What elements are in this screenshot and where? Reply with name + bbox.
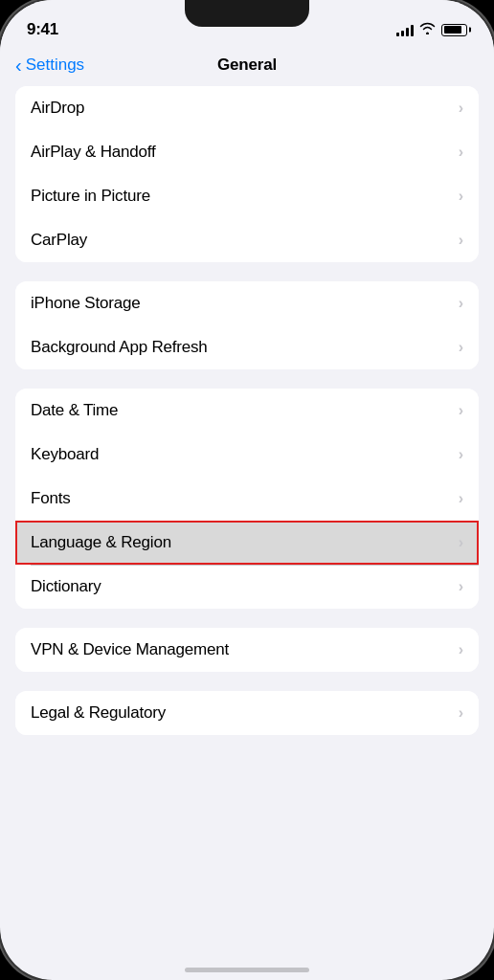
iphone-storage-label: iPhone Storage [31, 294, 140, 313]
menu-item-carplay[interactable]: CarPlay › [15, 218, 479, 262]
fonts-label: Fonts [31, 489, 71, 508]
menu-item-picture-in-picture[interactable]: Picture in Picture › [15, 174, 479, 218]
legal-regulatory-label: Legal & Regulatory [31, 703, 166, 723]
home-indicator [185, 968, 309, 972]
date-time-label: Date & Time [31, 401, 118, 420]
menu-item-fonts[interactable]: Fonts › [15, 477, 479, 521]
chevron-right-icon: › [459, 188, 463, 205]
menu-item-date-time[interactable]: Date & Time › [15, 389, 479, 433]
section-storage: iPhone Storage › Background App Refresh … [15, 281, 479, 369]
chevron-right-icon: › [459, 402, 463, 419]
chevron-right-icon: › [459, 295, 463, 312]
settings-content: AirDrop › AirPlay & Handoff › Picture in… [0, 86, 494, 980]
picture-in-picture-label: Picture in Picture [31, 187, 150, 206]
menu-item-dictionary[interactable]: Dictionary › [15, 565, 479, 609]
section-locale: Date & Time › Keyboard › Fonts › Languag… [15, 389, 479, 609]
menu-item-background-app-refresh[interactable]: Background App Refresh › [15, 325, 479, 369]
carplay-label: CarPlay [31, 231, 87, 250]
menu-item-language-region[interactable]: Language & Region › [15, 521, 479, 565]
chevron-right-icon: › [459, 534, 463, 551]
menu-item-vpn-device-management[interactable]: VPN & Device Management › [15, 628, 479, 672]
vpn-device-management-label: VPN & Device Management [31, 640, 229, 659]
menu-item-legal-regulatory[interactable]: Legal & Regulatory › [15, 691, 479, 735]
chevron-right-icon: › [459, 446, 463, 463]
chevron-right-icon: › [459, 578, 463, 595]
language-region-label: Language & Region [31, 533, 171, 552]
back-chevron-icon: ‹ [15, 56, 22, 75]
airplay-handoff-label: AirPlay & Handoff [31, 143, 155, 162]
dictionary-label: Dictionary [31, 577, 101, 596]
nav-title: General [217, 56, 277, 75]
menu-item-airplay-handoff[interactable]: AirPlay & Handoff › [15, 130, 479, 174]
section-vpn: VPN & Device Management › [15, 628, 479, 672]
phone-screen: 9:41 [0, 0, 494, 980]
chevron-right-icon: › [459, 144, 463, 161]
chevron-right-icon: › [459, 704, 463, 722]
battery-fill [444, 26, 462, 33]
back-button[interactable]: ‹ Settings [15, 56, 84, 75]
notch [185, 0, 309, 27]
back-label: Settings [26, 56, 84, 75]
nav-header: ‹ Settings General [0, 48, 494, 86]
section-connectivity: AirDrop › AirPlay & Handoff › Picture in… [15, 86, 479, 262]
chevron-right-icon: › [459, 232, 463, 249]
screen-content: ‹ Settings General AirDrop › AirPlay & H… [0, 48, 494, 980]
menu-item-keyboard[interactable]: Keyboard › [15, 433, 479, 477]
background-app-refresh-label: Background App Refresh [31, 338, 208, 357]
battery-icon [441, 24, 467, 36]
menu-item-airdrop[interactable]: AirDrop › [15, 86, 479, 130]
status-time: 9:41 [27, 20, 58, 39]
airdrop-label: AirDrop [31, 99, 84, 118]
phone-frame: 9:41 [0, 0, 494, 980]
section-legal: Legal & Regulatory › [15, 691, 479, 735]
signal-bars-icon [396, 23, 414, 36]
chevron-right-icon: › [459, 100, 463, 117]
menu-item-iphone-storage[interactable]: iPhone Storage › [15, 281, 479, 325]
chevron-right-icon: › [459, 339, 463, 356]
keyboard-label: Keyboard [31, 445, 99, 464]
wifi-icon [419, 22, 436, 37]
chevron-right-icon: › [459, 490, 463, 507]
chevron-right-icon: › [459, 641, 463, 658]
status-icons [396, 22, 467, 37]
